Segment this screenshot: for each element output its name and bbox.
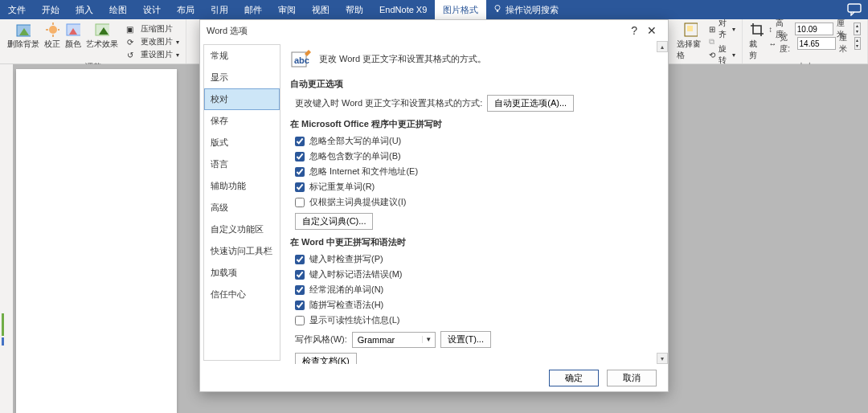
close-button[interactable]: ✕ — [642, 24, 661, 37]
proofing-icon: abc — [290, 47, 313, 70]
chk-main-dict-only[interactable]: 仅根据主词典提供建议(I) — [295, 196, 658, 208]
autocorrect-options-button[interactable]: 自动更正选项(A)... — [487, 95, 574, 112]
dialog-title: Word 选项 — [207, 25, 248, 37]
custom-dictionaries-button[interactable]: 自定义词典(C)... — [295, 213, 373, 230]
chk-confused-words[interactable]: 经常混淆的单词(N) — [295, 284, 658, 296]
ok-button[interactable]: 确定 — [549, 370, 599, 386]
section-ms-office-spelling: 在 Microsoft Office 程序中更正拼写时 — [290, 118, 658, 130]
word-options-dialog: Word 选项 ? ✕ 常规显示校对保存版式语言辅助功能高级自定义功能区快速访问… — [199, 19, 669, 392]
chk-readability-stats[interactable]: 显示可读性统计信息(L) — [295, 314, 658, 326]
sidebar-item-7[interactable]: 高级 — [204, 197, 280, 219]
section-autocorrect: 自动更正选项 — [290, 78, 658, 90]
chk-main-dict-only-label: 仅根据主词典提供建议(I) — [309, 196, 406, 208]
options-sidebar: 常规显示校对保存版式语言辅助功能高级自定义功能区快速访问工具栏加载项信任中心 — [203, 44, 280, 361]
scroll-up-button[interactable]: ▴ — [657, 41, 668, 52]
chk-ignore-internet[interactable]: 忽略 Internet 和文件地址(E) — [295, 166, 658, 178]
options-content: abc 更改 Word 更正文字和设置其格式的方式。 自动更正选项 更改键入时 … — [280, 41, 668, 364]
check-document-button[interactable]: 检查文档(K) — [295, 353, 357, 364]
writing-style-label: 写作风格(W): — [295, 333, 347, 346]
sidebar-item-3[interactable]: 保存 — [204, 110, 280, 132]
chk-readability-stats-label: 显示可读性统计信息(L) — [309, 314, 399, 326]
help-button[interactable]: ? — [626, 24, 642, 37]
chk-ignore-uppercase[interactable]: 忽略全部大写的单词(U) — [295, 135, 658, 147]
chk-confused-words-label: 经常混淆的单词(N) — [309, 284, 383, 296]
sidebar-item-0[interactable]: 常规 — [204, 45, 280, 67]
chk-flag-repeated[interactable]: 标记重复单词(R) — [295, 181, 658, 193]
dialog-titlebar: Word 选项 ? ✕ — [200, 20, 668, 41]
chk-grammar-with-spelling[interactable]: 随拼写检查语法(H) — [295, 299, 658, 311]
chk-ignore-numbers-label: 忽略包含数字的单词(B) — [309, 150, 401, 162]
chk-mark-grammar-type-label: 键入时标记语法错误(M) — [309, 268, 403, 280]
chk-check-spelling-type[interactable]: 键入时检查拼写(P) — [295, 253, 658, 265]
sidebar-item-8[interactable]: 自定义功能区 — [204, 219, 280, 240]
chk-flag-repeated-label: 标记重复单词(R) — [309, 181, 375, 193]
chk-ignore-internet-label: 忽略 Internet 和文件地址(E) — [309, 166, 418, 178]
content-scrollbar[interactable]: ▴ ▾ — [657, 41, 668, 364]
chk-ignore-uppercase-label: 忽略全部大写的单词(U) — [309, 135, 401, 147]
chk-grammar-with-spelling-label: 随拼写检查语法(H) — [309, 299, 383, 311]
chk-mark-grammar-type[interactable]: 键入时标记语法错误(M) — [295, 268, 658, 280]
sidebar-item-4[interactable]: 版式 — [204, 132, 280, 153]
grammar-settings-button[interactable]: 设置(T)... — [440, 331, 491, 348]
sidebar-item-9[interactable]: 快速访问工具栏 — [204, 240, 280, 262]
dialog-backdrop: Word 选项 ? ✕ 常规显示校对保存版式语言辅助功能高级自定义功能区快速访问… — [0, 0, 868, 413]
sidebar-item-1[interactable]: 显示 — [204, 67, 280, 88]
sidebar-item-6[interactable]: 辅助功能 — [204, 175, 280, 197]
scroll-down-button[interactable]: ▾ — [657, 353, 668, 364]
sidebar-item-11[interactable]: 信任中心 — [204, 284, 280, 305]
chevron-down-icon: ▼ — [422, 336, 435, 343]
writing-style-combo[interactable]: Grammar▼ — [352, 332, 436, 348]
writing-style-value: Grammar — [353, 335, 422, 345]
sidebar-item-5[interactable]: 语言 — [204, 153, 280, 175]
chk-ignore-numbers[interactable]: 忽略包含数字的单词(B) — [295, 150, 658, 162]
dialog-footer: 确定 取消 — [200, 364, 668, 391]
sidebar-item-10[interactable]: 加载项 — [204, 262, 280, 284]
sidebar-item-2[interactable]: 校对 — [204, 88, 280, 110]
section-word-spelling: 在 Word 中更正拼写和语法时 — [290, 236, 658, 248]
autocorrect-desc: 更改键入时 Word 更正文字和设置其格式的方式: — [295, 97, 482, 109]
cancel-button[interactable]: 取消 — [607, 370, 657, 386]
proofing-heading: 更改 Word 更正文字和设置其格式的方式。 — [319, 53, 486, 65]
chk-check-spelling-type-label: 键入时检查拼写(P) — [309, 253, 383, 265]
svg-text:abc: abc — [294, 55, 309, 65]
